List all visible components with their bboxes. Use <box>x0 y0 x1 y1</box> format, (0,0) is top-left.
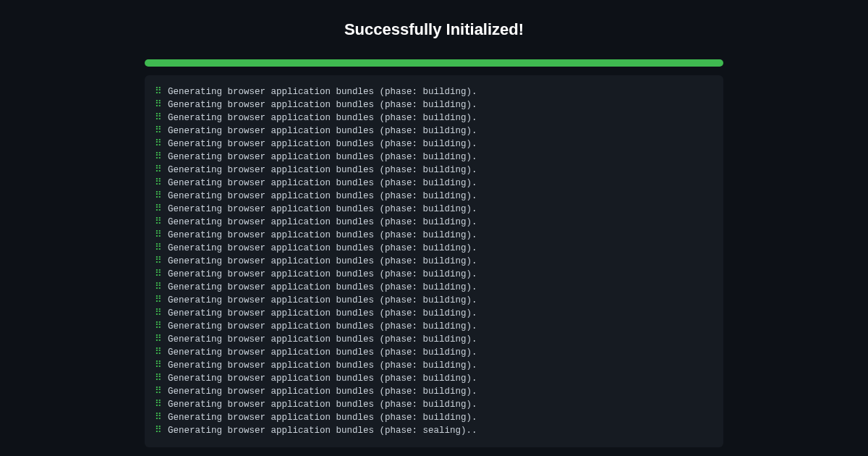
log-text: Generating browser application bundles (… <box>168 333 477 346</box>
log-text: Generating browser application bundles (… <box>168 177 477 190</box>
log-text: Generating browser application bundles (… <box>168 398 477 411</box>
spinner-icon: ⠿ <box>155 190 162 203</box>
spinner-icon: ⠿ <box>155 124 162 138</box>
log-text: Generating browser application bundles (… <box>168 85 477 98</box>
log-line: ⠿Generating browser application bundles … <box>155 268 713 281</box>
log-line: ⠿Generating browser application bundles … <box>155 320 713 333</box>
log-line: ⠿Generating browser application bundles … <box>155 242 713 255</box>
log-text: Generating browser application bundles (… <box>168 359 477 372</box>
log-line: ⠿Generating browser application bundles … <box>155 359 713 372</box>
log-line: ⠿Generating browser application bundles … <box>155 346 713 359</box>
spinner-icon: ⠿ <box>155 268 162 281</box>
log-text: Generating browser application bundles (… <box>168 229 477 242</box>
log-line: ⠿Generating browser application bundles … <box>155 124 713 138</box>
log-line: ⠿Generating browser application bundles … <box>155 177 713 190</box>
log-line: ⠿Generating browser application bundles … <box>155 307 713 320</box>
log-text: Generating browser application bundles (… <box>168 411 477 424</box>
log-line: ⠿Generating browser application bundles … <box>155 255 713 268</box>
log-text: Generating browser application bundles (… <box>168 203 477 216</box>
spinner-icon: ⠿ <box>155 164 162 177</box>
log-text: Generating browser application bundles (… <box>168 190 477 203</box>
log-text: Generating browser application bundles (… <box>168 242 477 255</box>
log-line: ⠿Generating browser application bundles … <box>155 411 713 424</box>
log-line: ⠿Generating browser application bundles … <box>155 85 713 98</box>
log-text: Generating browser application bundles (… <box>168 307 477 320</box>
log-text: Generating browser application bundles (… <box>168 151 477 164</box>
spinner-icon: ⠿ <box>155 255 162 268</box>
spinner-icon: ⠿ <box>155 385 162 398</box>
log-text: Generating browser application bundles (… <box>168 255 477 268</box>
log-text: Generating browser application bundles (… <box>168 216 477 229</box>
log-line: ⠿Generating browser application bundles … <box>155 372 713 385</box>
spinner-icon: ⠿ <box>155 294 162 307</box>
log-text: Generating browser application bundles (… <box>168 124 477 138</box>
log-text: Generating browser application bundles (… <box>168 372 477 385</box>
spinner-icon: ⠿ <box>155 424 162 437</box>
spinner-icon: ⠿ <box>155 151 162 164</box>
page-title: Successfully Initialized! <box>344 20 524 39</box>
log-line: ⠿Generating browser application bundles … <box>155 190 713 203</box>
spinner-icon: ⠿ <box>155 242 162 255</box>
spinner-icon: ⠿ <box>155 281 162 294</box>
log-line: ⠿Generating browser application bundles … <box>155 398 713 411</box>
log-line: ⠿Generating browser application bundles … <box>155 229 713 242</box>
log-line: ⠿Generating browser application bundles … <box>155 424 713 437</box>
spinner-icon: ⠿ <box>155 307 162 320</box>
spinner-icon: ⠿ <box>155 85 162 98</box>
log-line: ⠿Generating browser application bundles … <box>155 281 713 294</box>
spinner-icon: ⠿ <box>155 177 162 190</box>
spinner-icon: ⠿ <box>155 138 162 151</box>
log-line: ⠿Generating browser application bundles … <box>155 203 713 216</box>
log-text: Generating browser application bundles (… <box>168 138 477 151</box>
spinner-icon: ⠿ <box>155 398 162 411</box>
spinner-icon: ⠿ <box>155 216 162 229</box>
spinner-icon: ⠿ <box>155 229 162 242</box>
log-line: ⠿Generating browser application bundles … <box>155 138 713 151</box>
progress-bar <box>145 59 723 67</box>
log-text: Generating browser application bundles (… <box>168 164 477 177</box>
log-text: Generating browser application bundles (… <box>168 346 477 359</box>
terminal-output[interactable]: ⠿Generating browser application bundles … <box>145 75 723 447</box>
log-line: ⠿Generating browser application bundles … <box>155 164 713 177</box>
log-line: ⠿Generating browser application bundles … <box>155 98 713 111</box>
spinner-icon: ⠿ <box>155 203 162 216</box>
log-text: Generating browser application bundles (… <box>168 385 477 398</box>
log-line: ⠿Generating browser application bundles … <box>155 385 713 398</box>
log-line: ⠿Generating browser application bundles … <box>155 216 713 229</box>
spinner-icon: ⠿ <box>155 111 162 124</box>
log-text: Generating browser application bundles (… <box>168 320 477 333</box>
log-text: Generating browser application bundles (… <box>168 281 477 294</box>
log-line: ⠿Generating browser application bundles … <box>155 151 713 164</box>
spinner-icon: ⠿ <box>155 333 162 346</box>
spinner-icon: ⠿ <box>155 98 162 111</box>
log-text: Generating browser application bundles (… <box>168 294 477 307</box>
spinner-icon: ⠿ <box>155 346 162 359</box>
log-text: Generating browser application bundles (… <box>168 268 477 281</box>
spinner-icon: ⠿ <box>155 372 162 385</box>
spinner-icon: ⠿ <box>155 359 162 372</box>
spinner-icon: ⠿ <box>155 320 162 333</box>
spinner-icon: ⠿ <box>155 411 162 424</box>
log-text: Generating browser application bundles (… <box>168 424 477 437</box>
log-line: ⠿Generating browser application bundles … <box>155 111 713 124</box>
log-line: ⠿Generating browser application bundles … <box>155 294 713 307</box>
log-line: ⠿Generating browser application bundles … <box>155 333 713 346</box>
log-text: Generating browser application bundles (… <box>168 98 477 111</box>
log-text: Generating browser application bundles (… <box>168 111 477 124</box>
